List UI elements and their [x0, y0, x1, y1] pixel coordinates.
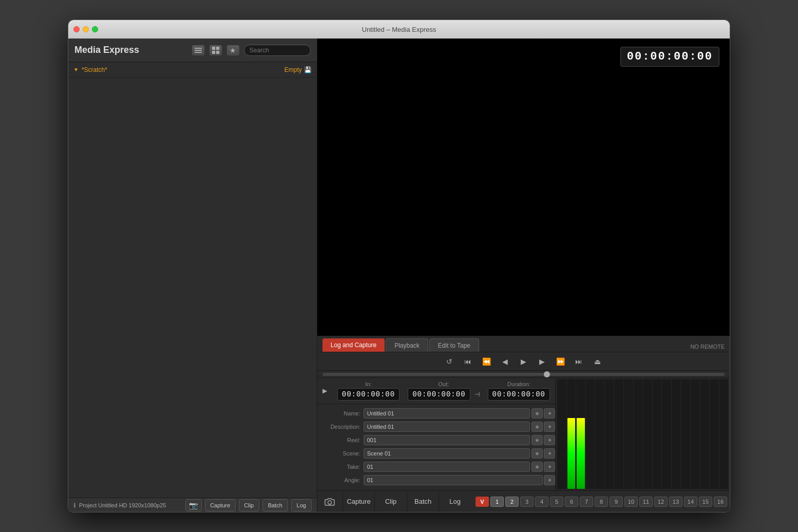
traffic-lights [73, 26, 98, 32]
channel-num-14[interactable]: 14 [684, 497, 697, 507]
log-action-button[interactable]: Log [439, 491, 471, 512]
vu-section [555, 378, 730, 490]
field-label-1: Description: [317, 424, 364, 430]
vu-meter-9 [643, 379, 652, 489]
tc-out-mark[interactable]: ⊣ [474, 391, 480, 398]
progress-thumb[interactable] [544, 371, 550, 377]
channel-num-16[interactable]: 16 [714, 497, 727, 507]
field-plus-5[interactable]: ✦ [544, 475, 555, 485]
play-button[interactable]: ▶ [516, 356, 530, 367]
capture-action-button[interactable]: Capture [343, 491, 375, 512]
grid-view-button[interactable] [209, 45, 222, 56]
vu-meter-4 [595, 379, 604, 489]
field-row-2: Reel:★✦ [317, 434, 555, 446]
log-fields: Name:★✦Description:★✦Reel:★✦Scene:★✦Take… [317, 404, 555, 490]
clip-action-button[interactable]: Clip [375, 491, 407, 512]
title-bar: Untitled – Media Express [68, 20, 730, 39]
progress-row [317, 371, 730, 378]
log-button[interactable]: Log [291, 499, 312, 511]
window-title: Untitled – Media Express [362, 26, 436, 33]
clip-button[interactable]: Clip [239, 499, 259, 511]
field-star-0[interactable]: ★ [531, 408, 543, 419]
tab-log-capture[interactable]: Log and Capture [322, 338, 385, 352]
field-plus-1[interactable]: ✦ [544, 422, 555, 432]
eject-button[interactable]: ⏏ [590, 356, 604, 367]
tc-in-value[interactable]: 00:00:00:00 [337, 388, 400, 401]
batch-action-button[interactable]: Batch [407, 491, 440, 512]
capture-controls-bar: Capture Clip Batch Log V1234567891011121… [317, 490, 730, 512]
app-title: Media Express [74, 45, 187, 55]
channel-num-7[interactable]: 7 [580, 497, 593, 507]
field-input-4[interactable] [364, 462, 530, 472]
field-input-5[interactable] [364, 475, 543, 485]
vu-meter-5 [605, 379, 614, 489]
rewind-button[interactable]: ⏪ [479, 356, 493, 367]
field-star-2[interactable]: ★ [531, 435, 543, 445]
step-back-button[interactable]: ⏮ [461, 356, 475, 367]
tc-in-label: In: [365, 381, 371, 387]
camera-icon-button[interactable] [317, 491, 343, 512]
tc-duration-value[interactable]: 00:00:00:00 [488, 388, 550, 401]
channel-num-1[interactable]: 1 [490, 497, 504, 507]
batch-button[interactable]: Batch [262, 499, 288, 511]
channel-v-button[interactable]: V [476, 497, 489, 507]
channel-num-5[interactable]: 5 [550, 497, 563, 507]
svg-rect-2 [195, 52, 202, 53]
channel-num-4[interactable]: 4 [535, 497, 548, 507]
channel-num-6[interactable]: 6 [565, 497, 578, 507]
field-plus-4[interactable]: ✦ [544, 462, 555, 472]
vu-meter-1 [567, 379, 576, 489]
star-view-button[interactable]: ★ [226, 45, 240, 56]
tab-playback[interactable]: Playback [386, 338, 428, 352]
field-star-4[interactable]: ★ [531, 462, 543, 472]
search-input[interactable] [244, 45, 311, 56]
field-label-5: Angle: [317, 477, 364, 483]
tab-edit-to-tape-label: Edit to Tape [438, 342, 470, 349]
left-toolbar: Media Express [68, 39, 317, 62]
channel-num-13[interactable]: 13 [669, 497, 682, 507]
close-button[interactable] [73, 26, 80, 32]
step-frame-fwd-button[interactable]: ▶ [535, 356, 549, 367]
vu-meter-10 [653, 379, 662, 489]
expand-icon: ▼ [73, 67, 79, 72]
field-input-1[interactable] [364, 422, 530, 432]
tabs-row: Log and Capture Playback Edit to Tape NO… [317, 336, 730, 352]
field-input-2[interactable] [364, 435, 530, 445]
progress-track[interactable] [322, 373, 725, 376]
channel-num-10[interactable]: 10 [624, 497, 638, 507]
svg-rect-1 [195, 50, 202, 51]
rewind-loop-button[interactable]: ↺ [442, 356, 457, 367]
fast-forward-button[interactable]: ⏩ [553, 356, 567, 367]
svg-rect-0 [195, 48, 202, 49]
minimize-button[interactable] [83, 26, 89, 32]
field-plus-2[interactable]: ✦ [544, 435, 555, 445]
field-label-0: Name: [317, 410, 364, 416]
list-view-button[interactable] [192, 45, 205, 56]
vu-meter-2 [576, 379, 585, 489]
channel-num-3[interactable]: 3 [520, 497, 534, 507]
tab-edit-to-tape[interactable]: Edit to Tape [429, 338, 479, 352]
field-input-0[interactable] [364, 408, 530, 419]
channel-num-12[interactable]: 12 [654, 497, 668, 507]
left-panel: Media Express [68, 39, 317, 512]
field-input-3[interactable] [364, 448, 530, 459]
channel-num-9[interactable]: 9 [610, 497, 623, 507]
channel-num-2[interactable]: 2 [505, 497, 519, 507]
channel-num-11[interactable]: 11 [639, 497, 653, 507]
camera-button[interactable]: 📷 [185, 499, 202, 511]
vu-meter-13 [681, 379, 690, 489]
bottom-controls: Log and Capture Playback Edit to Tape NO… [317, 336, 730, 512]
capture-button[interactable]: Capture [205, 499, 236, 511]
channel-num-8[interactable]: 8 [595, 497, 608, 507]
field-star-1[interactable]: ★ [531, 422, 543, 432]
tc-play-button[interactable]: ▶ [322, 387, 327, 394]
field-plus-0[interactable]: ✦ [544, 408, 555, 419]
vu-meter-3 [586, 379, 595, 489]
step-frame-back-button[interactable]: ◀ [498, 356, 512, 367]
step-fwd-button[interactable]: ⏭ [572, 356, 586, 367]
tc-out-value[interactable]: 00:00:00:00 [408, 388, 470, 401]
maximize-button[interactable] [92, 26, 98, 32]
field-star-3[interactable]: ★ [531, 448, 543, 459]
field-plus-3[interactable]: ✦ [544, 448, 555, 459]
channel-num-15[interactable]: 15 [699, 497, 712, 507]
